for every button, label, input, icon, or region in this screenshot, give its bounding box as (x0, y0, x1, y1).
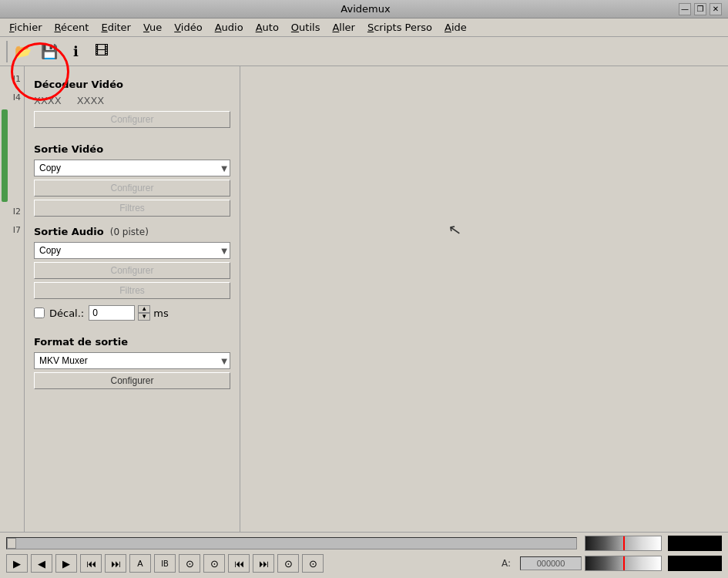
back-start-button[interactable]: ⏮ (80, 554, 102, 573)
open-button[interactable]: 📂 (11, 40, 35, 63)
content-area: ↖ (240, 66, 728, 532)
timeline-thumb (7, 538, 16, 549)
menu-audio[interactable]: Audio (209, 20, 250, 35)
gradient-bar-marker (623, 536, 625, 550)
format-sortie-configurer-button[interactable]: Configurer (34, 372, 230, 389)
gradient-bar (585, 536, 662, 551)
bottom-gradient-bar (585, 556, 662, 571)
menu-vue[interactable]: Vue (137, 20, 168, 35)
window-controls[interactable]: — ❐ ✕ (679, 3, 722, 15)
restore-button[interactable]: ❐ (694, 3, 706, 15)
sortie-audio-title: Sortie Audio (34, 226, 104, 237)
menu-fichier[interactable]: Fichier (3, 20, 49, 35)
left-panel: Décodeur Vidéo XXXX XXXX Configurer Sort… (25, 66, 240, 532)
format-sortie-title: Format de sortie (34, 336, 230, 348)
sortie-audio-filtres-button[interactable]: Filtres (34, 282, 230, 299)
bottom-area: ▶ ◀ ▶ ⏮ ⏭ A IB ⊙ ⊙ ⏮ ⏭ ⊙ ⊙ A: (0, 532, 728, 578)
sortie-audio-configurer-button[interactable]: Configurer (34, 262, 230, 279)
video-preview-bottom (668, 556, 722, 571)
title-bar: Avidemux — ❐ ✕ (0, 0, 728, 18)
mark-ib-button[interactable]: IB (154, 554, 176, 573)
decal-input[interactable] (89, 305, 135, 321)
track-label-i1: I1 (0, 69, 24, 88)
controls-row: ▶ ◀ ▶ ⏮ ⏭ A IB ⊙ ⊙ ⏮ ⏭ ⊙ ⊙ A: (0, 553, 728, 574)
bottom-gradient-marker (623, 556, 625, 570)
record-button[interactable]: ⊙ (179, 554, 200, 573)
video-preview-thumb (668, 536, 722, 551)
toolbar: 📂 💾 ℹ 🎞 (0, 37, 728, 66)
close-button[interactable]: ✕ (710, 3, 722, 15)
timeline-slider[interactable] (6, 537, 577, 549)
minimize-button[interactable]: — (679, 3, 691, 15)
play-button[interactable]: ▶ (6, 554, 28, 573)
sortie-video-dropdown[interactable]: Copy Mpeg4 AVC (x264) Mpeg4 ASP (Xvid4) … (34, 160, 230, 176)
format-sortie-dropdown[interactable]: MKV Muxer MP4 Muxer AVI Muxer (34, 352, 230, 369)
menu-editer[interactable]: Editer (95, 20, 137, 35)
menu-recent[interactable]: Récent (49, 20, 96, 35)
menu-auto[interactable]: Auto (250, 20, 285, 35)
track-sidebar: I1 I4 I2 I7 (0, 66, 25, 532)
menu-bar: Fichier Récent Editer Vue Vidéo Audio Au… (0, 18, 728, 37)
sortie-audio-dropdown-wrapper: Copy MP3 (lame) AAC (Faac) None ▼ (34, 242, 230, 259)
sortie-video-dropdown-wrapper: Copy Mpeg4 AVC (x264) Mpeg4 ASP (Xvid4) … (34, 160, 230, 176)
prev-key-button[interactable]: ⏮ (228, 554, 250, 573)
decal-spinbox: ▲ ▼ ms (89, 305, 168, 321)
toolbar-separator (6, 41, 8, 62)
format-sortie-dropdown-wrapper: MKV Muxer MP4 Muxer AVI Muxer ▼ (34, 352, 230, 369)
sortie-audio-dropdown[interactable]: Copy MP3 (lame) AAC (Faac) None (34, 242, 230, 259)
decoder-col1: XXXX (34, 95, 62, 106)
decal-label: Décal.: (49, 307, 84, 319)
cursor-icon: ↖ (447, 220, 463, 240)
next-frame-button[interactable]: ⊙ (302, 554, 324, 573)
timeline-row (0, 533, 728, 553)
a-value-input[interactable] (520, 556, 582, 570)
film-button[interactable]: 🎞 (89, 40, 114, 63)
decal-spinbox-buttons: ▲ ▼ (138, 305, 150, 321)
decoder-configurer-button[interactable]: Configurer (34, 111, 230, 128)
sortie-video-title: Sortie Vidéo (34, 143, 230, 155)
prev-frame-button[interactable]: ⊙ (277, 554, 299, 573)
info-button[interactable]: ℹ (63, 40, 88, 63)
menu-scripts[interactable]: Scripts Perso (361, 20, 438, 35)
mark-a-button[interactable]: A (129, 554, 151, 573)
decal-row: Décal.: ▲ ▼ ms (34, 305, 230, 321)
a-label: A: (502, 558, 517, 569)
menu-aller[interactable]: Aller (326, 20, 361, 35)
sortie-video-filtres-button[interactable]: Filtres (34, 200, 230, 217)
sortie-video-configurer-button[interactable]: Configurer (34, 180, 230, 197)
track-label-i7: I7 (0, 220, 24, 239)
loop-button[interactable]: ⊙ (203, 554, 225, 573)
save-button[interactable]: 💾 (37, 40, 62, 63)
decoder-video-title: Décodeur Vidéo (34, 79, 230, 90)
decoder-row: XXXX XXXX (34, 95, 230, 106)
rewind-button[interactable]: ◀ (31, 554, 52, 573)
menu-aide[interactable]: Aide (438, 20, 473, 35)
menu-video[interactable]: Vidéo (168, 20, 208, 35)
window-title: Avidemux (52, 3, 679, 15)
decal-down-button[interactable]: ▼ (138, 313, 150, 321)
forward-button[interactable]: ▶ (55, 554, 77, 573)
decal-checkbox[interactable] (34, 307, 45, 318)
forward-end-button[interactable]: ⏭ (105, 554, 126, 573)
decal-up-button[interactable]: ▲ (138, 305, 150, 313)
decal-unit: ms (153, 307, 168, 319)
track-label-i2: I2 (0, 202, 24, 220)
decoder-col2: XXXX (77, 95, 105, 106)
menu-outils[interactable]: Outils (285, 20, 327, 35)
next-key-button[interactable]: ⏭ (253, 554, 274, 573)
track-label-i4: I4 (0, 88, 24, 106)
sortie-audio-subtitle: (0 piste) (110, 227, 149, 237)
